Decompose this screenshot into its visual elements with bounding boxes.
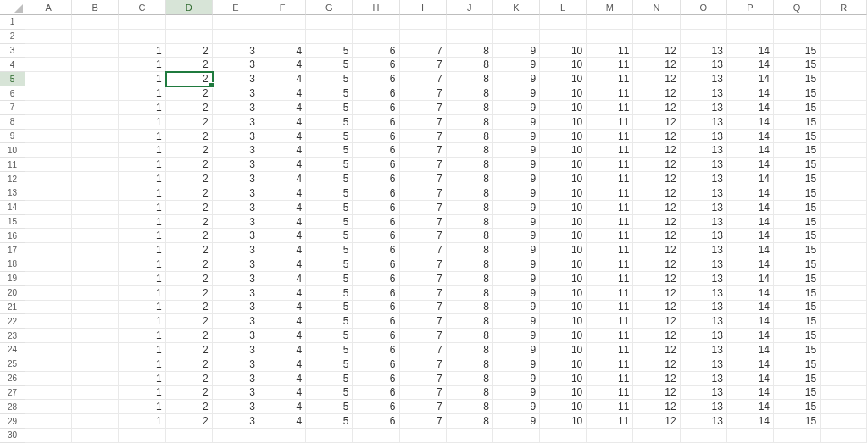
cell-M9[interactable]: 11 xyxy=(587,130,633,144)
cell-C4[interactable]: 1 xyxy=(119,58,165,72)
cell-F29[interactable]: 4 xyxy=(259,414,306,429)
cell-F22[interactable]: 4 xyxy=(259,314,306,329)
cell-L6[interactable]: 10 xyxy=(540,86,587,101)
cell-R5[interactable] xyxy=(821,72,867,86)
cell-L16[interactable]: 10 xyxy=(540,229,587,243)
cell-F11[interactable]: 4 xyxy=(259,158,306,172)
cell-P3[interactable]: 14 xyxy=(727,44,774,58)
cell-O24[interactable]: 13 xyxy=(681,343,727,357)
cell-H5[interactable]: 6 xyxy=(353,72,399,86)
cell-R16[interactable] xyxy=(821,229,867,243)
cell-F23[interactable]: 4 xyxy=(259,329,306,343)
cell-G17[interactable]: 5 xyxy=(306,243,353,257)
cell-C6[interactable]: 1 xyxy=(119,86,165,101)
cell-K22[interactable]: 9 xyxy=(493,314,540,329)
cell-H15[interactable]: 6 xyxy=(353,215,399,230)
cell-F4[interactable]: 4 xyxy=(259,58,306,72)
cell-E26[interactable]: 3 xyxy=(213,372,259,386)
cell-B21[interactable] xyxy=(72,301,119,315)
cell-H11[interactable]: 6 xyxy=(353,158,399,172)
cell-A21[interactable] xyxy=(25,301,72,315)
cell-Q6[interactable]: 15 xyxy=(774,86,821,101)
cell-D8[interactable]: 2 xyxy=(166,115,213,130)
cell-M28[interactable]: 11 xyxy=(587,400,633,414)
cell-Q5[interactable]: 15 xyxy=(774,72,821,86)
cell-M12[interactable]: 11 xyxy=(587,172,633,186)
column-header-A[interactable]: A xyxy=(25,0,72,15)
cell-B29[interactable] xyxy=(72,414,119,429)
cell-R19[interactable] xyxy=(821,272,867,286)
cell-O10[interactable]: 13 xyxy=(681,143,727,158)
cell-L18[interactable]: 10 xyxy=(540,257,587,272)
cell-G10[interactable]: 5 xyxy=(306,143,353,158)
row-header-19[interactable]: 19 xyxy=(0,272,25,286)
cell-D6[interactable]: 2 xyxy=(166,86,213,101)
cell-N28[interactable]: 12 xyxy=(633,400,680,414)
cell-D7[interactable]: 2 xyxy=(166,101,213,115)
cell-L19[interactable]: 10 xyxy=(540,272,587,286)
cell-N12[interactable]: 12 xyxy=(633,172,680,186)
cell-H22[interactable]: 6 xyxy=(353,314,399,329)
cell-N1[interactable] xyxy=(633,15,680,30)
cell-D20[interactable]: 2 xyxy=(166,286,213,301)
cell-L17[interactable]: 10 xyxy=(540,243,587,257)
cell-J23[interactable]: 8 xyxy=(447,329,493,343)
cell-N22[interactable]: 12 xyxy=(633,314,680,329)
cell-D14[interactable]: 2 xyxy=(166,201,213,215)
cell-O16[interactable]: 13 xyxy=(681,229,727,243)
cell-H24[interactable]: 6 xyxy=(353,343,399,357)
cell-C5[interactable]: 1 xyxy=(119,72,165,86)
cell-I2[interactable] xyxy=(400,30,447,44)
cell-R24[interactable] xyxy=(821,343,867,357)
column-header-O[interactable]: O xyxy=(681,0,727,15)
cell-E15[interactable]: 3 xyxy=(213,215,259,230)
cell-A7[interactable] xyxy=(25,101,72,115)
cell-E12[interactable]: 3 xyxy=(213,172,259,186)
column-header-L[interactable]: L xyxy=(540,0,587,15)
cell-D19[interactable]: 2 xyxy=(166,272,213,286)
cell-M4[interactable]: 11 xyxy=(587,58,633,72)
cell-N24[interactable]: 12 xyxy=(633,343,680,357)
cell-G5[interactable]: 5 xyxy=(306,72,353,86)
column-header-H[interactable]: H xyxy=(353,0,399,15)
cell-N8[interactable]: 12 xyxy=(633,115,680,130)
cell-N20[interactable]: 12 xyxy=(633,286,680,301)
cell-Q19[interactable]: 15 xyxy=(774,272,821,286)
cell-D3[interactable]: 2 xyxy=(166,44,213,58)
cell-C3[interactable]: 1 xyxy=(119,44,165,58)
cell-F10[interactable]: 4 xyxy=(259,143,306,158)
cell-J29[interactable]: 8 xyxy=(447,414,493,429)
cell-H3[interactable]: 6 xyxy=(353,44,399,58)
cell-N9[interactable]: 12 xyxy=(633,130,680,144)
cell-G12[interactable]: 5 xyxy=(306,172,353,186)
cell-O13[interactable]: 13 xyxy=(681,186,727,201)
cell-J21[interactable]: 8 xyxy=(447,301,493,315)
cell-K14[interactable]: 9 xyxy=(493,201,540,215)
cell-R14[interactable] xyxy=(821,201,867,215)
row-header-26[interactable]: 26 xyxy=(0,372,25,386)
cell-Q27[interactable]: 15 xyxy=(774,386,821,401)
cell-J28[interactable]: 8 xyxy=(447,400,493,414)
cell-C16[interactable]: 1 xyxy=(119,229,165,243)
cell-R28[interactable] xyxy=(821,400,867,414)
cell-J15[interactable]: 8 xyxy=(447,215,493,230)
cell-R15[interactable] xyxy=(821,215,867,230)
row-header-1[interactable]: 1 xyxy=(0,15,25,30)
cell-I9[interactable]: 7 xyxy=(400,130,447,144)
cell-M24[interactable]: 11 xyxy=(587,343,633,357)
cell-R22[interactable] xyxy=(821,314,867,329)
cell-O30[interactable] xyxy=(681,429,727,443)
row-header-22[interactable]: 22 xyxy=(0,314,25,329)
cell-E5[interactable]: 3 xyxy=(213,72,259,86)
cell-Q11[interactable]: 15 xyxy=(774,158,821,172)
cell-H30[interactable] xyxy=(353,429,399,443)
column-header-Q[interactable]: Q xyxy=(774,0,821,15)
cell-N17[interactable]: 12 xyxy=(633,243,680,257)
cell-N11[interactable]: 12 xyxy=(633,158,680,172)
row-header-16[interactable]: 16 xyxy=(0,229,25,243)
cell-E6[interactable]: 3 xyxy=(213,86,259,101)
column-header-G[interactable]: G xyxy=(306,0,353,15)
cell-N19[interactable]: 12 xyxy=(633,272,680,286)
cell-O17[interactable]: 13 xyxy=(681,243,727,257)
cell-E2[interactable] xyxy=(213,30,259,44)
